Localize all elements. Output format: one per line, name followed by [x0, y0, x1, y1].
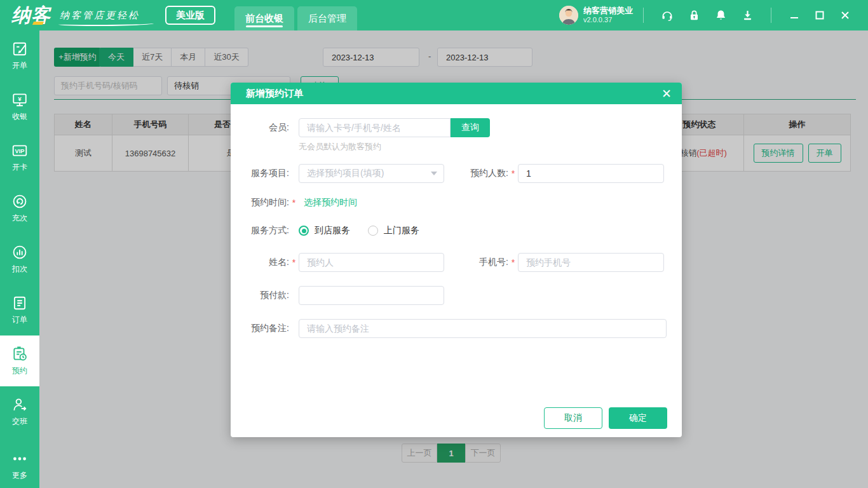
- member-query-button[interactable]: 查询: [451, 118, 490, 137]
- sidebar-nav: 开单 ¥ 收银 VIP 开卡 充次 扣次 订单: [0, 30, 39, 488]
- time-row: 预约时间: * 选择预约时间: [231, 197, 682, 208]
- header-divider: [771, 8, 771, 23]
- sidebar-item-cashier[interactable]: ¥ 收银: [0, 81, 39, 132]
- sidebar-item-label: 充次: [12, 213, 27, 224]
- radio-home-visit[interactable]: [368, 226, 378, 236]
- people-count-input[interactable]: [518, 164, 664, 183]
- deposit-input[interactable]: [299, 286, 444, 305]
- service-label: 服务项目:: [231, 168, 289, 179]
- svg-text:VIP: VIP: [15, 148, 25, 154]
- modal-close-icon[interactable]: ✕: [661, 88, 672, 100]
- member-search-input[interactable]: [299, 118, 451, 137]
- sidebar-item-billing[interactable]: 开单: [0, 30, 39, 81]
- tab-front-cashier[interactable]: 前台收银: [234, 6, 294, 30]
- app-tagline: 纳客管店更轻松: [60, 10, 140, 22]
- billing-icon: [11, 41, 28, 57]
- deduct-times-icon: [11, 244, 28, 261]
- deposit-label: 预付款:: [231, 290, 289, 301]
- sidebar-item-appointment[interactable]: 预约: [0, 336, 39, 386]
- deposit-row: 预付款:: [231, 286, 682, 305]
- remark-input[interactable]: [299, 319, 667, 338]
- choose-time-link[interactable]: 选择预约时间: [304, 197, 357, 208]
- phone-required-mark: *: [508, 257, 518, 268]
- service-people-row: 服务项目: 选择预约项目(填项) 预约人数: *: [231, 164, 682, 183]
- cashier-icon: ¥: [11, 92, 28, 108]
- app-header: 纳客 纳客管店更轻松 美业版 前台收银 后台管理 纳客营销美业 v2.0.0.3…: [0, 0, 868, 30]
- maximize-icon[interactable]: [807, 6, 832, 25]
- sidebar-item-shift[interactable]: 交班: [0, 386, 39, 437]
- modal-footer: 取消 确定: [544, 407, 667, 429]
- sidebar-item-vip-card[interactable]: VIP 开卡: [0, 132, 39, 183]
- name-label: 姓名:: [231, 257, 289, 268]
- sidebar-item-recharge-times[interactable]: 充次: [0, 183, 39, 234]
- appointee-phone-input[interactable]: [518, 253, 664, 272]
- person-avatar-icon: [559, 6, 578, 25]
- account-info: 纳客营销美业 v2.0.0.37: [583, 6, 633, 25]
- account-name: 纳客营销美业: [583, 6, 633, 16]
- cancel-button[interactable]: 取消: [544, 407, 602, 429]
- sidebar-item-label: 更多: [12, 470, 27, 481]
- radio-in-store[interactable]: [299, 226, 309, 236]
- sidebar-item-label: 预约: [12, 365, 27, 376]
- confirm-button[interactable]: 确定: [609, 407, 667, 429]
- download-icon[interactable]: [734, 6, 761, 25]
- sidebar-item-label: 交班: [12, 416, 27, 427]
- sidebar-item-label: 扣次: [12, 264, 27, 274]
- appointee-name-input[interactable]: [299, 253, 444, 272]
- bell-icon[interactable]: [707, 6, 734, 25]
- sidebar-item-label: 收银: [12, 111, 27, 122]
- time-required-mark: *: [289, 198, 299, 208]
- radio-home-visit-label: 上门服务: [384, 225, 419, 236]
- mode-label: 服务方式:: [231, 225, 289, 236]
- sidebar-item-label: 开单: [12, 60, 27, 71]
- recharge-times-icon: [11, 193, 28, 210]
- people-required-mark: *: [508, 168, 518, 179]
- customer-service-icon[interactable]: [654, 6, 681, 25]
- phone-label: 手机号:: [444, 257, 508, 268]
- service-select[interactable]: 选择预约项目(填项): [299, 164, 444, 183]
- name-phone-row: 姓名: * 手机号: *: [231, 253, 682, 272]
- sidebar-item-label: 订单: [12, 315, 27, 325]
- time-label: 预约时间:: [231, 197, 289, 208]
- app-version: v2.0.0.37: [583, 16, 633, 25]
- name-required-mark: *: [289, 257, 299, 268]
- radio-in-store-label: 到店服务: [315, 225, 350, 236]
- minimize-icon[interactable]: [782, 6, 807, 25]
- service-select-placeholder: 选择预约项目(填项): [307, 168, 384, 179]
- lock-icon[interactable]: [681, 6, 707, 25]
- close-icon[interactable]: [832, 6, 858, 25]
- new-appointment-modal: 新增预约订单 ✕ 会员: 查询 无会员默认为散客预约 服务项目: 选择预约项目(…: [231, 83, 682, 437]
- remark-row: 预约备注:: [231, 319, 682, 338]
- chevron-down-icon: [431, 172, 437, 175]
- sidebar-item-label: 开卡: [12, 162, 27, 173]
- service-mode-row: 服务方式: 到店服务 上门服务: [231, 225, 682, 236]
- modal-header: 新增预约订单 ✕: [231, 83, 682, 104]
- vip-card-icon: VIP: [11, 142, 28, 159]
- svg-text:¥: ¥: [18, 95, 22, 102]
- tab-back-management[interactable]: 后台管理: [297, 6, 357, 30]
- member-label: 会员:: [231, 122, 289, 133]
- people-label: 预约人数:: [444, 168, 508, 179]
- shift-icon: [11, 396, 28, 413]
- sidebar-item-deduct-times[interactable]: 扣次: [0, 234, 39, 285]
- header-divider: [643, 8, 644, 23]
- member-hint: 无会员默认为散客预约: [299, 141, 682, 152]
- main-nav-tabs: 前台收银 后台管理: [234, 6, 360, 30]
- app-logo: 纳客: [11, 3, 51, 28]
- modal-title: 新增预约订单: [246, 88, 303, 100]
- appointment-icon: [11, 346, 28, 362]
- member-row: 会员: 查询: [231, 118, 682, 137]
- user-avatar[interactable]: [559, 6, 578, 25]
- edition-button[interactable]: 美业版: [165, 6, 215, 25]
- sidebar-item-more[interactable]: 更多: [0, 444, 39, 488]
- orders-icon: [11, 295, 28, 311]
- sidebar-item-orders[interactable]: 订单: [0, 285, 39, 336]
- remark-label: 预约备注:: [231, 323, 289, 334]
- more-icon: [11, 451, 28, 467]
